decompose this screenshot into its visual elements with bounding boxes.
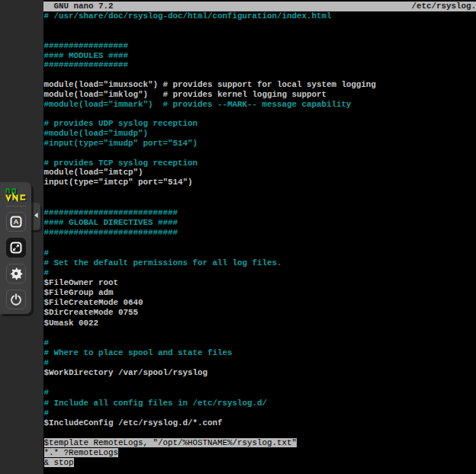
svg-text:A: A [14,219,19,226]
